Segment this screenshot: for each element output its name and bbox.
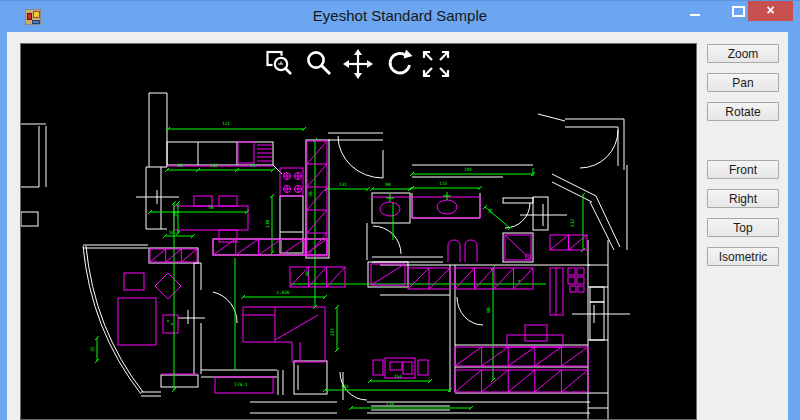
zoom-button[interactable]: Zoom [707, 44, 779, 63]
front-button[interactable]: Front [707, 160, 779, 179]
svg-text:40: 40 [177, 163, 183, 168]
top-button[interactable]: Top [707, 218, 779, 237]
svg-text:227: 227 [330, 328, 335, 336]
rotate-icon[interactable] [382, 49, 412, 79]
cad-viewport[interactable]: 1214024241131981151911103038582910.12.63… [20, 43, 697, 420]
svg-text:10.1: 10.1 [169, 230, 180, 235]
app-window: Eyeshot Standard Sample × 12140242411319… [0, 0, 800, 420]
isometric-button[interactable]: Isometric [707, 247, 779, 266]
window-title: Eyeshot Standard Sample [0, 7, 800, 24]
zoom-window-icon[interactable] [265, 49, 295, 79]
svg-text:58: 58 [208, 205, 214, 210]
svg-text:191: 191 [464, 167, 472, 172]
svg-text:242: 242 [210, 163, 218, 168]
svg-text:88: 88 [486, 307, 491, 313]
svg-text:98: 98 [385, 182, 391, 187]
viewport-toolbar [265, 49, 451, 79]
floorplan-svg[interactable]: 1214024241131981151911103038582910.12.63… [21, 44, 696, 419]
zoom-icon[interactable] [304, 49, 334, 79]
svg-text:30: 30 [305, 271, 310, 277]
svg-text:29: 29 [173, 211, 178, 217]
right-button[interactable]: Right [707, 189, 779, 208]
rotate-button[interactable]: Rotate [707, 102, 779, 121]
svg-text:118: 118 [386, 402, 394, 407]
svg-text:152: 152 [394, 374, 402, 379]
svg-text:38: 38 [308, 191, 313, 197]
svg-text:115: 115 [439, 181, 447, 186]
svg-text:121: 121 [222, 121, 230, 126]
pan-button[interactable]: Pan [707, 73, 779, 92]
svg-text:176.1: 176.1 [234, 382, 248, 387]
svg-text:2.636: 2.636 [276, 290, 290, 295]
button-panel: ZoomPanRotateFrontRightTopIsometric [707, 0, 779, 420]
svg-text:110: 110 [265, 220, 270, 228]
minimize-icon[interactable] [690, 14, 700, 16]
title-bar[interactable]: Eyeshot Standard Sample × [0, 0, 800, 32]
svg-text:181: 181 [341, 384, 349, 389]
svg-text:131: 131 [339, 182, 347, 187]
svg-text:41: 41 [250, 163, 256, 168]
window-border-right [788, 32, 800, 420]
svg-text:35: 35 [90, 346, 95, 352]
svg-text:24: 24 [488, 208, 493, 214]
pan-icon[interactable] [343, 49, 373, 79]
zoom-fit-icon[interactable] [421, 49, 451, 79]
window-border-left [0, 32, 7, 420]
svg-text:212: 212 [570, 219, 575, 227]
